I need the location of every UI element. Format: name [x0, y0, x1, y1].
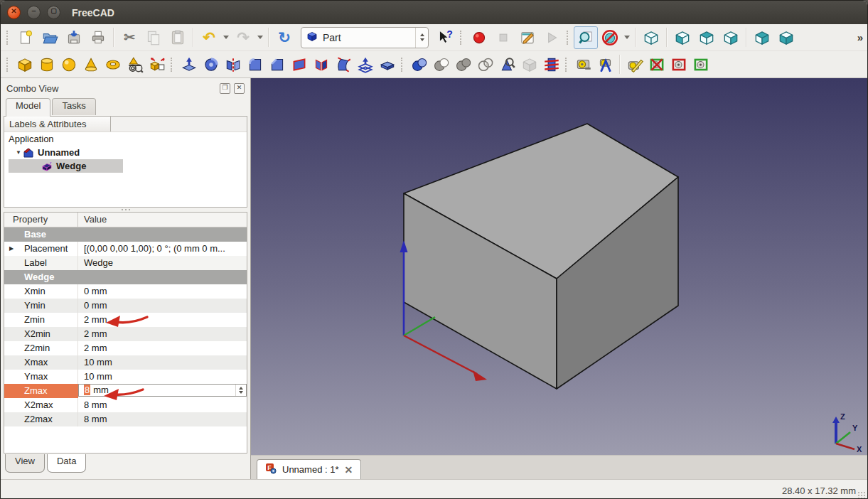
fillet-button[interactable] — [244, 53, 266, 76]
workbench-selector-spinner[interactable] — [415, 28, 428, 48]
property-row-xmax[interactable]: Xmax10 mm — [4, 355, 247, 370]
document-tab[interactable]: F Unnamed : 1* ✕ — [257, 459, 361, 479]
copy-button[interactable] — [141, 26, 166, 49]
make-face-button[interactable] — [288, 53, 310, 76]
view-top-button[interactable] — [695, 26, 719, 49]
property-group-base[interactable]: Base — [4, 227, 247, 242]
close-button[interactable] — [7, 6, 21, 19]
view-right-button[interactable] — [719, 26, 743, 49]
cut-boolean-button[interactable] — [430, 53, 452, 76]
view-front-button[interactable] — [670, 26, 695, 49]
measure-linear-button[interactable] — [572, 53, 594, 76]
tree-header[interactable]: Labels & Attributes — [4, 117, 111, 132]
toolbar-grip[interactable] — [171, 58, 175, 72]
cut-button[interactable]: ✂ — [117, 26, 141, 49]
minimize-button[interactable] — [27, 6, 41, 19]
toolbar-grip[interactable] — [401, 58, 405, 72]
zmax-value-input[interactable]: 8mm — [78, 384, 247, 397]
mirror-button[interactable] — [222, 53, 244, 76]
toolbar-grip[interactable] — [6, 31, 11, 45]
draw-style-button[interactable] — [598, 26, 622, 49]
tab-tasks[interactable]: Tasks — [52, 98, 95, 115]
new-document-button[interactable] — [14, 26, 38, 49]
property-row-z2max[interactable]: Z2max8 mm — [4, 412, 247, 426]
print-button[interactable] — [86, 26, 110, 49]
refresh-button[interactable]: ↻ — [272, 26, 296, 49]
chamfer-button[interactable] — [266, 53, 288, 76]
toolbar-grip[interactable] — [565, 58, 569, 72]
toolbar-grip[interactable] — [567, 31, 571, 45]
ruled-surface-button[interactable] — [310, 53, 332, 76]
tree-item-document[interactable]: ▼ Unnamed — [4, 146, 247, 159]
view-rear-button[interactable] — [750, 26, 774, 49]
cross-sections-button[interactable] — [540, 53, 562, 76]
sphere-button[interactable] — [58, 53, 80, 76]
macro-edit-button[interactable] — [515, 26, 540, 49]
toggle-all-measurements-button[interactable] — [645, 53, 668, 76]
property-row-xmin[interactable]: Xmin0 mm — [4, 284, 247, 299]
cone-button[interactable] — [80, 53, 102, 76]
loft-button[interactable] — [332, 53, 354, 76]
tree-root-application[interactable]: Application — [4, 132, 247, 146]
revolve-button[interactable] — [200, 53, 222, 76]
open-document-button[interactable] — [38, 26, 62, 49]
paste-button[interactable] — [166, 26, 190, 49]
check-geometry-button[interactable] — [496, 53, 518, 76]
union-button[interactable] — [452, 53, 474, 76]
measure-annotate-button[interactable] — [623, 53, 645, 76]
fit-all-button[interactable] — [574, 26, 598, 49]
toolbar-grip[interactable] — [6, 58, 11, 72]
workbench-selector[interactable]: Part — [301, 27, 429, 48]
toolbar-overflow-button[interactable]: » — [857, 31, 864, 43]
property-row-ymax[interactable]: Ymax10 mm — [4, 370, 247, 384]
tree-item-wedge[interactable]: Wedge — [4, 159, 247, 173]
measure-angular-button[interactable] — [594, 53, 616, 76]
3d-viewport[interactable]: Z Y X — [251, 78, 867, 455]
sweep-button[interactable] — [354, 53, 376, 76]
save-document-button[interactable] — [62, 26, 86, 49]
box-button[interactable] — [14, 53, 36, 76]
redo-dropdown-button[interactable] — [255, 26, 265, 49]
view-axonometric-button[interactable] — [639, 26, 663, 49]
whats-this-button[interactable]: ? — [433, 26, 457, 49]
section-button[interactable] — [376, 53, 398, 76]
close-tab-icon[interactable]: ✕ — [345, 464, 353, 476]
float-panel-button[interactable]: ❐ — [220, 83, 230, 94]
undo-button[interactable]: ↶ — [197, 26, 221, 49]
create-primitives-button[interactable] — [124, 53, 146, 76]
redo-button[interactable]: ↷ — [231, 26, 255, 49]
tab-model[interactable]: Model — [6, 98, 50, 117]
toolbar-grip[interactable] — [460, 31, 464, 45]
macro-stop-button[interactable] — [491, 26, 515, 49]
resize-grip[interactable] — [857, 491, 866, 499]
expander-icon[interactable]: ▼ — [16, 149, 23, 156]
property-row-placement[interactable]: ▶Placement [(0,00 0,00 1,00); 0 °; (0 mm… — [4, 242, 247, 256]
defeaturing-button[interactable] — [518, 53, 540, 76]
boolean-button[interactable] — [408, 53, 430, 76]
toggle-measurement-3d-button[interactable] — [690, 53, 712, 76]
spinbox-arrows[interactable] — [235, 385, 246, 396]
property-row-zmin[interactable]: Zmin2 mm — [4, 313, 247, 327]
view-bottom-button[interactable] — [774, 26, 798, 49]
toggle-measurement-delta-button[interactable] — [668, 53, 690, 76]
maximize-button[interactable] — [47, 6, 60, 19]
macro-play-button[interactable] — [540, 26, 564, 49]
extrude-button[interactable] — [178, 53, 200, 76]
shape-builder-button[interactable] — [146, 53, 168, 76]
property-row-label[interactable]: Label Wedge — [4, 256, 247, 270]
property-row-x2min[interactable]: X2min2 mm — [4, 327, 247, 341]
property-row-ymin[interactable]: Ymin0 mm — [4, 299, 247, 313]
close-panel-button[interactable]: ✕ — [234, 83, 245, 94]
property-row-zmax[interactable]: Zmax 8mm — [4, 384, 247, 398]
macro-record-button[interactable] — [467, 26, 491, 49]
property-group-wedge[interactable]: Wedge — [4, 270, 247, 284]
tab-data[interactable]: Data — [47, 454, 86, 473]
undo-dropdown-button[interactable] — [221, 26, 231, 49]
column-header-value[interactable]: Value — [78, 213, 247, 227]
draw-style-dropdown-button[interactable] — [622, 26, 632, 49]
expander-icon[interactable]: ▶ — [9, 242, 14, 256]
column-header-property[interactable]: Property — [4, 213, 78, 227]
titlebar[interactable]: FreeCAD — [1, 1, 867, 24]
cylinder-button[interactable] — [36, 53, 58, 76]
property-row-z2min[interactable]: Z2min2 mm — [4, 341, 247, 355]
